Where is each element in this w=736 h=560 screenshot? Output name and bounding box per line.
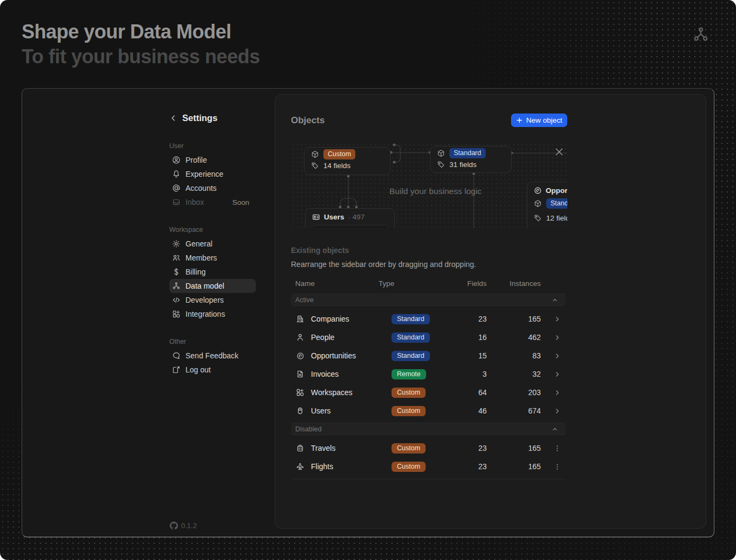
object-row-flights[interactable]: Flights Custom 23 165	[291, 457, 566, 476]
group-header-active[interactable]: Active	[291, 294, 566, 306]
gear-icon	[172, 239, 181, 248]
instances-count: 674	[487, 406, 541, 415]
diagram-card-users[interactable]: Users· 497	[305, 208, 395, 228]
capsule-icon	[296, 406, 304, 415]
existing-objects-description: Rearrange the sidebar order by dragging …	[291, 260, 476, 269]
instances-count: 165	[487, 315, 541, 323]
objects-table: Name Type Fields InstancesActive Compani…	[291, 276, 566, 479]
sidebar-section-user: UserProfileExperienceAccountsInboxSoon	[169, 143, 264, 209]
tag-icon	[311, 162, 319, 170]
sidebar-item-billing[interactable]: Billing	[169, 265, 256, 279]
fields-count: 15	[449, 351, 487, 360]
fields-count: 3	[449, 370, 487, 378]
type-badge: Standard	[449, 148, 486, 158]
sidebar-item-general[interactable]: General	[169, 237, 256, 251]
sidebar-item-developers[interactable]: Developers	[169, 293, 256, 307]
sidebar-item-profile[interactable]: Profile	[169, 153, 256, 167]
row-menu-icon[interactable]	[553, 444, 561, 452]
fields-count: 12 fields	[546, 214, 567, 222]
users-card-title: Users	[324, 213, 344, 221]
type-badge: Custom	[392, 388, 426, 398]
settings-header[interactable]: Settings	[169, 112, 264, 123]
sidebar-item-experience[interactable]: Experience	[169, 167, 256, 181]
object-row-invoices[interactable]: Invoices Remote 3 32	[291, 365, 566, 383]
type-badge: Remote	[392, 369, 426, 379]
object-row-travels[interactable]: Travels Custom 23 165	[291, 439, 566, 457]
members-icon	[172, 254, 181, 262]
object-row-users[interactable]: Users Custom 46 674	[291, 402, 566, 420]
object-row-opportunities[interactable]: Opportunities Standard 15 83	[291, 346, 566, 365]
plus-icon	[516, 117, 523, 124]
settings-window: Settings UserProfileExperienceAccountsIn…	[22, 88, 714, 537]
object-name: Workspaces	[311, 388, 353, 397]
settings-title: Settings	[182, 113, 217, 123]
github-icon	[170, 522, 178, 530]
settings-sidebar: Settings UserProfileExperienceAccountsIn…	[169, 112, 264, 377]
sidebar-item-data-model[interactable]: Data model	[169, 279, 256, 293]
instances-count: 32	[487, 370, 541, 378]
sidebar-item-inbox[interactable]: InboxSoon	[169, 195, 256, 209]
chevron-right-icon[interactable]	[553, 389, 561, 397]
code-icon	[172, 296, 181, 304]
chevron-right-icon[interactable]	[553, 315, 561, 323]
chevron-up-icon[interactable]	[551, 425, 559, 433]
cube-icon	[437, 149, 445, 157]
sidebar-section-label: Workspace	[169, 226, 264, 233]
sidebar-item-label: Log out	[185, 365, 211, 374]
sidebar-item-members[interactable]: Members	[169, 251, 256, 265]
new-object-label: New object	[526, 116, 562, 124]
sidebar-item-log-out[interactable]: Log out	[169, 363, 256, 377]
objects-panel: Objects New object	[275, 94, 706, 529]
group-header-disabled[interactable]: Disabled	[291, 423, 566, 435]
chevron-right-icon[interactable]	[553, 352, 561, 360]
sidebar-item-integrations[interactable]: Integrations	[169, 307, 256, 321]
grid-plus-icon	[296, 388, 304, 397]
chevron-right-icon[interactable]	[553, 370, 561, 378]
object-row-workspaces[interactable]: Workspaces Custom 64 203	[291, 383, 566, 402]
page-subtitle: To fit your business needs	[22, 44, 260, 69]
chevron-right-icon[interactable]	[553, 407, 561, 415]
inbox-icon	[172, 198, 181, 206]
page: Shape your Data Model To fit your busine…	[0, 0, 736, 560]
hero: Shape your Data Model To fit your busine…	[22, 19, 260, 69]
dollar-icon	[172, 268, 181, 276]
object-name: Flights	[311, 462, 333, 471]
sidebar-section-label: Other	[169, 338, 264, 345]
diagram-card-opportunities[interactable]: Opportunities Standard 12 fields	[527, 182, 567, 228]
object-name: Travels	[311, 444, 335, 452]
sidebar-item-label: Members	[185, 254, 217, 262]
person-icon	[296, 333, 304, 342]
back-chevron-icon[interactable]	[169, 114, 177, 122]
row-menu-icon[interactable]	[553, 463, 561, 471]
fields-count: 31 fields	[449, 161, 476, 169]
target-icon	[534, 186, 542, 195]
type-badge: Custom	[392, 406, 426, 416]
diagram-card-custom[interactable]: Custom 14 fields	[304, 147, 390, 175]
sidebar-section-label: User	[169, 143, 264, 149]
sidebar-item-send-feedback[interactable]: Send Feedback	[169, 349, 256, 363]
group-label: Disabled	[295, 425, 322, 433]
tag-icon	[437, 161, 445, 169]
object-row-companies[interactable]: Companies Standard 23 165	[291, 310, 566, 328]
chevron-up-icon[interactable]	[551, 296, 559, 304]
sidebar-item-accounts[interactable]: Accounts	[169, 181, 256, 195]
chevron-right-icon[interactable]	[553, 334, 561, 342]
fields-count: 23	[449, 462, 487, 471]
opportunities-card-title: Opportunities	[546, 186, 567, 195]
object-row-people[interactable]: People Standard 16 462	[291, 328, 566, 346]
bell-icon	[172, 170, 181, 178]
fields-count: 16	[449, 333, 487, 342]
sidebar-section-other: OtherSend FeedbackLog out	[169, 338, 264, 377]
type-badge: Custom	[392, 462, 426, 472]
instances-count: 165	[487, 444, 541, 452]
object-name: Invoices	[311, 370, 339, 378]
data-model-diagram: Custom 14 fields Standard 31 fields User…	[291, 143, 567, 228]
column-header-name: Name	[291, 279, 379, 288]
sidebar-item-label: Developers	[185, 296, 224, 304]
sidebar-item-label: Profile	[185, 156, 207, 164]
cube-icon	[311, 150, 319, 158]
target-icon	[296, 352, 304, 360]
new-object-button[interactable]: New object	[511, 114, 567, 127]
suitcase-icon	[296, 444, 304, 452]
diagram-card-standard[interactable]: Standard 31 fields	[430, 146, 512, 173]
